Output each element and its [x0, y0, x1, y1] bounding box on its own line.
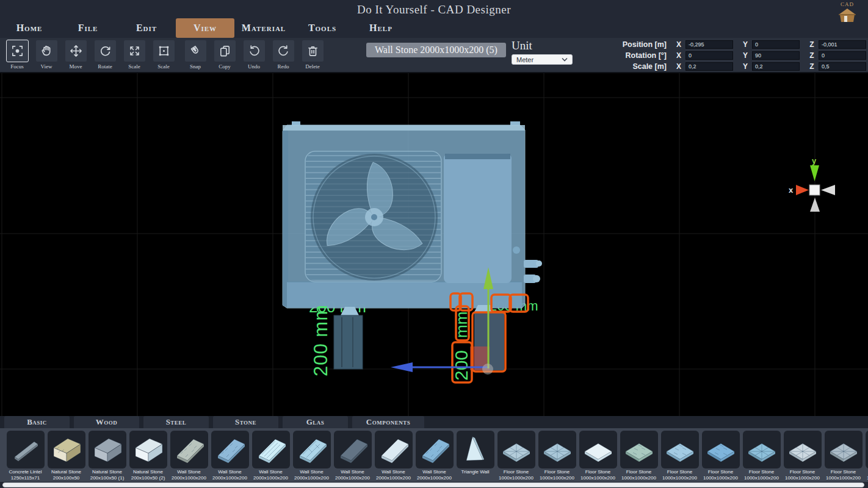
toolbar-button-redo[interactable]: Redo — [269, 40, 298, 70]
tab-wood[interactable]: Wood — [74, 416, 139, 428]
move-icon — [69, 44, 83, 58]
material-item-floor-stone-1000x1000x200[interactable]: Floor Stone1000x1000x200 — [864, 428, 868, 482]
rotation-row: Rotation [°]X Y Z — [613, 51, 866, 60]
horizontal-scrollbar[interactable] — [0, 482, 868, 488]
material-label: Floor Stone1000x1000x200 — [621, 469, 656, 482]
logo-text: CAD — [841, 1, 854, 7]
selected-stone[interactable] — [470, 305, 504, 370]
menu-item-edit[interactable]: Edit — [117, 18, 176, 38]
scale-arrows-icon — [128, 44, 142, 58]
viewport-3d[interactable]: 200 mm 200 mm — [0, 73, 868, 416]
position-y-input[interactable] — [752, 40, 800, 49]
material-item-natural-stone-200x100x50[interactable]: Natural Stone200x100x50 — [46, 428, 87, 482]
gizmo-origin-handle[interactable] — [482, 364, 493, 375]
material-item-wall-stone-2000x1000x200[interactable]: Wall Stone2000x1000x200 — [291, 428, 332, 482]
tab-steel[interactable]: Steel — [143, 416, 209, 428]
rotation-label: Rotation [°] — [613, 51, 667, 60]
tab-basic[interactable]: Basic — [4, 416, 70, 428]
material-item-natural-stone-200x100x50-1-[interactable]: Natural Stone200x100x50 (1) — [87, 428, 128, 482]
toolbar-button-delete[interactable]: Delete — [298, 40, 327, 70]
rotation-z-input[interactable] — [819, 51, 866, 60]
rotation-x-label: X — [675, 51, 682, 60]
tab-glas[interactable]: Glas — [283, 416, 348, 428]
material-label: Floor Stone1000x1000x200 — [580, 469, 615, 482]
x-axis-arrow[interactable] — [391, 362, 413, 372]
menu-bar: HomeFileEditViewMaterialToolsHelp — [0, 18, 410, 38]
viewport-scene: 200 mm 200 mm — [0, 73, 868, 416]
material-label: Floor Stone1000x1000x200 — [540, 469, 574, 482]
material-label: Floor Stone1000x1000x200 — [826, 469, 861, 482]
toolbar-button-scale[interactable]: Scale — [149, 40, 178, 70]
toolbar-button-copy[interactable]: Copy — [210, 40, 239, 70]
material-item-wall-stone-2000x1000x200[interactable]: Wall Stone2000x1000x200 — [332, 428, 373, 482]
tab-stone[interactable]: Stone — [213, 416, 278, 428]
gizmo-neg-y-cone[interactable] — [810, 198, 820, 212]
dimension-label-left: 200 mm — [310, 304, 331, 376]
menu-item-material[interactable]: Material — [234, 18, 293, 38]
chevron-down-icon — [562, 57, 568, 62]
material-item-floor-stone-1000x1000x200[interactable]: Floor Stone1000x1000x200 — [741, 428, 782, 482]
menu-item-help[interactable]: Help — [352, 18, 410, 38]
material-item-floor-stone-1000x1000x200[interactable]: Floor Stone1000x1000x200 — [823, 428, 864, 482]
material-thumbnail — [458, 432, 493, 467]
material-item-concrete-lintel-1250x115x71[interactable]: Concrete Lintel1250x115x71 — [5, 428, 46, 482]
position-z-input[interactable] — [819, 40, 866, 49]
scale-x-input[interactable] — [685, 62, 733, 71]
gizmo-center-cube[interactable] — [809, 185, 820, 195]
tab-components[interactable]: Components — [352, 416, 424, 428]
material-label: Wall Stone2000x1000x200 — [253, 469, 288, 482]
material-item-floor-stone-1000x1000x200[interactable]: Floor Stone1000x1000x200 — [700, 428, 741, 482]
material-item-floor-stone-1000x1000x200[interactable]: Floor Stone1000x1000x200 — [782, 428, 823, 482]
gizmo-x-label: x — [789, 185, 794, 195]
material-item-floor-stone-1000x1000x200[interactable]: Floor Stone1000x1000x200 — [659, 428, 700, 482]
material-thumbnail — [540, 432, 574, 467]
material-item-wall-stone-2000x1000x200[interactable]: Wall Stone2000x1000x200 — [168, 428, 209, 482]
menu-item-view[interactable]: View — [176, 18, 234, 38]
rotation-x-input[interactable] — [685, 51, 733, 60]
scale-label: Scale [m] — [613, 62, 667, 71]
material-item-floor-stone-1000x1000x200[interactable]: Floor Stone1000x1000x200 — [577, 428, 618, 482]
toolbar-button-snap[interactable]: Snap — [181, 40, 210, 70]
gizmo-y-cone[interactable] — [810, 165, 819, 181]
material-label: Floor Stone1000x1000x200 — [499, 469, 533, 482]
scale-y-label: Y — [742, 62, 749, 71]
material-item-wall-stone-2000x1000x200[interactable]: Wall Stone2000x1000x200 — [250, 428, 291, 482]
menu-item-tools[interactable]: Tools — [293, 18, 352, 38]
rotation-z-label: Z — [808, 51, 816, 60]
toolbar-button-move[interactable]: Move — [61, 40, 90, 70]
left-foot-stone[interactable] — [334, 307, 363, 369]
toolbar-button-scale[interactable]: Scale — [120, 40, 149, 70]
toolbar-button-focus[interactable]: Focus — [2, 40, 32, 70]
material-item-triangle-wall[interactable]: Triangle Wall — [455, 428, 496, 482]
material-item-wall-stone-2000x1000x200[interactable]: Wall Stone2000x1000x200 — [373, 428, 414, 482]
scale-z-input[interactable] — [819, 62, 866, 71]
ac-unit-model[interactable] — [283, 121, 542, 308]
scale-x-label: X — [675, 62, 682, 71]
toolbar: FocusViewMoveRotateScaleScaleSnapCopyUnd… — [0, 38, 868, 73]
scrollbar-thumb[interactable] — [2, 483, 864, 487]
material-thumbnail — [418, 432, 452, 467]
material-thumbnail — [377, 432, 411, 467]
toolbar-button-view[interactable]: View — [32, 40, 61, 70]
gizmo-neg-x-cone[interactable] — [821, 185, 835, 195]
material-label: Natural Stone200x100x50 (2) — [131, 469, 165, 482]
menu-item-file[interactable]: File — [59, 18, 117, 38]
material-item-floor-stone-1000x1000x200[interactable]: Floor Stone1000x1000x200 — [496, 428, 537, 482]
toolbar-button-rotate[interactable]: Rotate — [90, 40, 120, 70]
rotation-y-input[interactable] — [752, 51, 800, 60]
material-item-wall-stone-2000x1000x200[interactable]: Wall Stone2000x1000x200 — [414, 428, 455, 482]
material-item-natural-stone-200x100x50-2-[interactable]: Natural Stone200x100x50 (2) — [128, 428, 168, 482]
unit-select[interactable]: Meter — [512, 54, 573, 65]
material-item-floor-stone-1000x1000x200[interactable]: Floor Stone1000x1000x200 — [618, 428, 659, 482]
orientation-gizmo[interactable]: y x — [789, 156, 835, 212]
gizmo-x-cone[interactable] — [796, 185, 809, 195]
scale-z-label: Z — [808, 62, 816, 71]
position-z-label: Z — [808, 40, 816, 49]
position-x-input[interactable] — [685, 40, 733, 49]
material-item-floor-stone-1000x1000x200[interactable]: Floor Stone1000x1000x200 — [537, 428, 577, 482]
material-item-wall-stone-2000x1000x200[interactable]: Wall Stone2000x1000x200 — [209, 428, 250, 482]
scale-y-input[interactable] — [752, 62, 800, 71]
material-thumbnail — [172, 432, 206, 467]
toolbar-button-undo[interactable]: Undo — [239, 40, 269, 70]
menu-item-home[interactable]: Home — [0, 18, 59, 38]
